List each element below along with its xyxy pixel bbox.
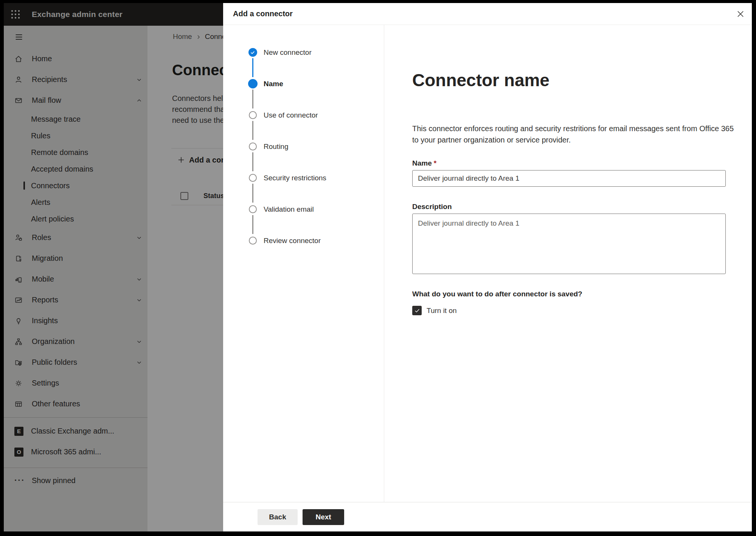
- turn-it-on-option[interactable]: Turn it on: [412, 306, 752, 315]
- close-button[interactable]: [734, 8, 747, 20]
- back-button[interactable]: Back: [258, 509, 298, 525]
- modal-header: Add a connector: [223, 3, 752, 25]
- name-label-text: Name: [412, 159, 432, 167]
- required-asterisk: *: [434, 159, 436, 167]
- connector-description-text: This connector enforces routing and secu…: [412, 123, 734, 146]
- step-upcoming-icon: [249, 237, 257, 245]
- wizard-step-label: Routing: [264, 143, 289, 151]
- add-connector-modal: Add a connector New connector Nam: [223, 3, 752, 531]
- wizard-steps: New connector Name Use of connector Rout…: [223, 25, 384, 502]
- turn-it-on-checkbox[interactable]: [412, 306, 422, 315]
- wizard-step-label: Review connector: [264, 237, 321, 245]
- step-upcoming-icon: [249, 205, 257, 213]
- wizard-step-label: Use of connector: [264, 111, 318, 119]
- modal-body: New connector Name Use of connector Rout…: [223, 25, 752, 502]
- wizard-step-name: Name: [223, 68, 384, 99]
- wizard-step-label: Validation email: [264, 205, 314, 214]
- modal-footer: Back Next: [223, 502, 752, 531]
- step-completed-icon: [248, 48, 257, 57]
- name-field-label: Name*: [412, 159, 752, 167]
- wizard-step-new-connector: New connector: [223, 37, 384, 68]
- description-textarea[interactable]: Deliver journal directly to Area 1: [412, 214, 726, 274]
- step-upcoming-icon: [249, 143, 257, 150]
- connector-name-heading: Connector name: [412, 70, 752, 91]
- wizard-step-review-connector: Review connector: [223, 225, 384, 256]
- wizard-step-label: New connector: [264, 48, 312, 57]
- screen: Exchange admin center Home: [4, 3, 752, 531]
- step-upcoming-icon: [249, 111, 257, 119]
- checkmark-icon: [414, 308, 420, 314]
- wizard-step-validation-email: Validation email: [223, 194, 384, 225]
- wizard-step-label: Security restrictions: [264, 174, 326, 182]
- wizard-step-label: Name: [264, 80, 283, 88]
- description-field-label: Description: [412, 203, 752, 211]
- close-icon: [736, 9, 745, 19]
- step-upcoming-icon: [249, 174, 257, 182]
- next-button[interactable]: Next: [303, 509, 344, 525]
- turn-it-on-label: Turn it on: [427, 307, 457, 315]
- modal-title: Add a connector: [233, 9, 293, 18]
- modal-content: Connector name This connector enforces r…: [384, 25, 752, 502]
- after-save-question: What do you want to do after connector i…: [412, 290, 752, 298]
- wizard-step-routing: Routing: [223, 131, 384, 162]
- name-input[interactable]: [412, 170, 726, 187]
- wizard-step-use-of-connector: Use of connector: [223, 99, 384, 131]
- step-current-icon: [248, 79, 258, 88]
- wizard-step-security-restrictions: Security restrictions: [223, 162, 384, 194]
